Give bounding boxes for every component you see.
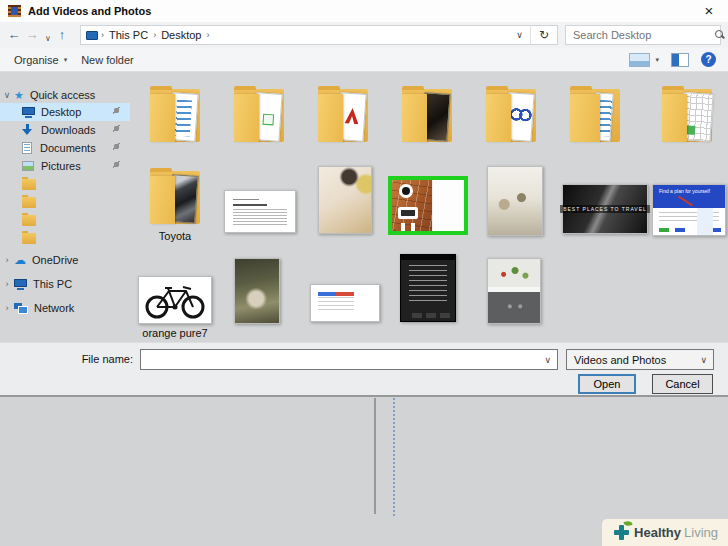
folder-photos-dark[interactable] [400, 86, 454, 146]
file-travel-image[interactable]: BEST PLACES TO TRAVEL [562, 184, 648, 234]
close-icon[interactable]: × [698, 1, 720, 21]
pin-icon[interactable] [113, 125, 123, 135]
location-icon [86, 31, 98, 40]
chevron-right-icon[interactable]: › [0, 279, 14, 289]
file-document-thumbnail[interactable] [224, 190, 296, 233]
help-icon[interactable]: ? [701, 52, 716, 67]
views-icon [629, 53, 650, 67]
sidebar-item-downloads[interactable]: Downloads [0, 121, 130, 139]
caret-down-icon: ▾ [655, 56, 659, 64]
cancel-button[interactable]: Cancel [652, 374, 713, 394]
pin-icon[interactable] [113, 161, 123, 171]
new-folder-label: New folder [81, 54, 134, 66]
sidebar-item-quick-access[interactable]: ∨ ★ Quick access [0, 86, 130, 104]
file-bike-image[interactable]: orange pure7 [138, 276, 212, 324]
folder-documents-small[interactable] [568, 86, 622, 146]
sidebar-item-documents[interactable]: Documents [0, 139, 130, 157]
pricing-table [653, 208, 725, 236]
title-bar: Add Videos and Photos × [0, 0, 728, 22]
selected-video-file[interactable] [388, 176, 468, 235]
file-sink-photo[interactable] [487, 258, 541, 324]
search-box[interactable] [565, 25, 721, 45]
movie-film-icon [8, 5, 21, 17]
camcorder-leg [401, 223, 405, 231]
file-table-document[interactable] [310, 284, 380, 322]
sidebar-item-onedrive[interactable]: › ☁ OneDrive [0, 251, 130, 269]
page-divider-line [374, 398, 376, 514]
folder-logo-rings[interactable] [484, 86, 538, 146]
sidebar-item-label: Network [34, 302, 74, 314]
file-name-combo[interactable]: ∨ [140, 349, 558, 370]
breadcrumb[interactable]: › This PC › Desktop › ∨ ↻ [80, 25, 558, 45]
sidebar-item-network[interactable]: › Network [0, 299, 130, 317]
chevron-down-icon: ∨ [694, 355, 713, 365]
picture-icon [22, 161, 34, 171]
folder-grid-green[interactable] [660, 86, 714, 146]
sidebar-item-desktop[interactable]: Desktop [0, 103, 130, 121]
breadcrumb-separator: › [206, 30, 209, 40]
healthy-living-logo-icon [614, 525, 629, 540]
folder-spreadsheet[interactable] [232, 86, 286, 146]
file-name-label: File name: [0, 353, 133, 365]
toolbar-right: ▾ ? [629, 52, 716, 67]
pin-icon[interactable] [113, 107, 123, 117]
file-type-select[interactable]: Videos and Photos ∨ [566, 349, 714, 370]
computer-icon [14, 279, 27, 290]
video-thumbnail-blank [432, 180, 464, 231]
sidebar-item-label: Desktop [41, 106, 81, 118]
sidebar-item-this-pc[interactable]: › This PC [0, 275, 130, 293]
breadcrumb-this-pc[interactable]: This PC [104, 29, 153, 41]
address-dropdown-icon[interactable]: ∨ [509, 30, 530, 40]
new-folder-button[interactable]: New folder [81, 54, 134, 66]
quick-access-icon: ★ [14, 89, 24, 102]
sidebar-folder[interactable] [0, 211, 130, 229]
folder-documents-blue[interactable] [148, 86, 202, 146]
toolbar: Organise ▾ New folder ▾ ? [0, 48, 728, 72]
chevron-right-icon[interactable]: › [0, 255, 14, 265]
breadcrumb-desktop[interactable]: Desktop [156, 29, 206, 41]
camcorder-leg [411, 223, 415, 231]
file-settings-screenshot[interactable] [400, 254, 456, 322]
sidebar-item-label: Documents [40, 142, 96, 154]
quick-access-label: Quick access [30, 89, 95, 101]
travel-image-caption: BEST PLACES TO TRAVEL [560, 205, 650, 213]
file-pricing-screenshot[interactable]: Find a plan for yourself [652, 184, 726, 236]
bicycle-graphic [144, 281, 206, 319]
onedrive-cloud-icon: ☁ [14, 255, 26, 265]
folder-toyota[interactable]: Toyota [148, 168, 202, 228]
chevron-down-icon[interactable]: ∨ [538, 355, 557, 365]
sidebar-folder[interactable] [0, 229, 130, 247]
file-dialog: Add Videos and Photos × ← → ∨ ↑ › This P… [0, 0, 728, 395]
file-park-photo[interactable] [234, 258, 280, 324]
up-button[interactable]: ↑ [54, 26, 70, 44]
brand-watermark: Healthy Living [602, 519, 728, 546]
pin-icon[interactable] [113, 143, 123, 153]
folder-pdf[interactable] [316, 86, 370, 146]
search-input[interactable] [573, 29, 715, 41]
file-type-value: Videos and Photos [574, 354, 666, 366]
views-button[interactable]: ▾ [629, 53, 659, 67]
chevron-right-icon[interactable]: › [0, 303, 14, 313]
preview-pane-icon[interactable] [671, 53, 689, 67]
file-kitchen-photo[interactable] [487, 166, 543, 236]
folder-icon [22, 197, 36, 208]
chevron-down-icon[interactable]: ∨ [0, 90, 14, 100]
sidebar-item-label: Downloads [41, 124, 95, 136]
open-button[interactable]: Open [578, 374, 636, 394]
file-baby-photo[interactable] [318, 166, 372, 234]
organise-button[interactable]: Organise ▾ [14, 54, 67, 66]
sidebar-item-pictures[interactable]: Pictures [0, 157, 130, 175]
caret-down-icon: ▾ [64, 56, 68, 64]
refresh-icon[interactable]: ↻ [530, 26, 557, 44]
network-icon [14, 303, 28, 314]
folder-label: Toyota [138, 230, 212, 242]
sidebar-folder[interactable] [0, 193, 130, 211]
brand-name-bold: Healthy [634, 525, 681, 540]
dialog-footer: File name: ∨ Videos and Photos ∨ Open Ca… [0, 342, 728, 395]
sidebar-folder[interactable] [0, 175, 130, 193]
window-title: Add Videos and Photos [28, 5, 151, 17]
file-name-input[interactable] [141, 354, 538, 366]
address-bar: ← → ∨ ↑ › This PC › Desktop › ∨ ↻ [0, 22, 728, 48]
forward-button[interactable]: → [24, 26, 40, 44]
back-button[interactable]: ← [6, 26, 22, 44]
